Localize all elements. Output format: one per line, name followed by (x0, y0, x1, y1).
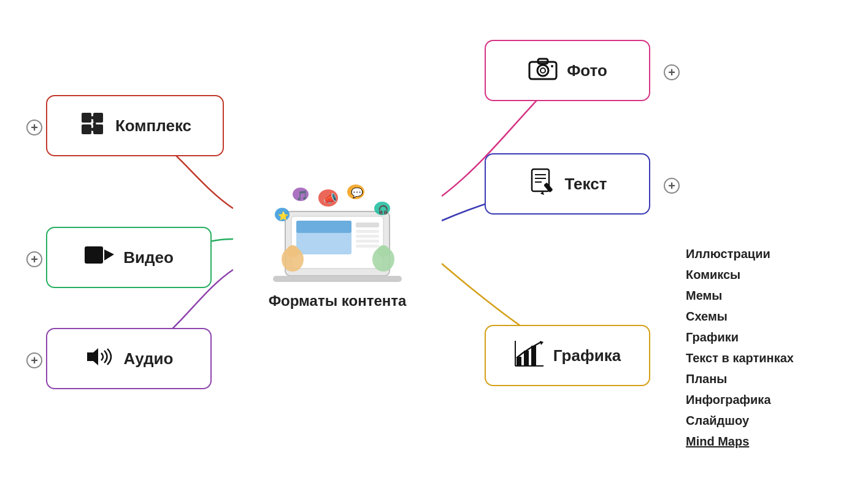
expand-kompleks-button[interactable]: + (26, 120, 42, 135)
tekst-label: Текст (565, 175, 607, 194)
audio-icon (85, 344, 115, 373)
foto-icon (528, 56, 558, 86)
svg-marker-29 (104, 249, 114, 261)
svg-rect-24 (82, 113, 91, 123)
svg-point-33 (540, 68, 545, 73)
svg-text:🎧: 🎧 (378, 205, 389, 215)
node-foto: Фото (485, 40, 650, 101)
expand-tekst-button[interactable]: + (664, 178, 680, 194)
video-icon (84, 243, 115, 272)
node-video: Видео (46, 227, 212, 288)
kompleks-label: Комплекс (115, 116, 191, 135)
svg-point-23 (377, 245, 390, 257)
sublist-item-2: Мемы (686, 287, 794, 305)
svg-text:⭐: ⭐ (278, 211, 289, 221)
sublist-item-5: Текст в картинках (686, 349, 794, 367)
expand-foto-button[interactable]: + (664, 64, 680, 80)
node-kompleks: Комплекс (46, 95, 224, 156)
svg-rect-44 (531, 346, 536, 365)
svg-text:📣: 📣 (323, 192, 337, 205)
sublist-item-8: Слайдшоу (686, 412, 794, 430)
svg-rect-4 (356, 222, 379, 227)
svg-rect-9 (273, 276, 402, 282)
svg-text:🎵: 🎵 (296, 190, 308, 201)
svg-rect-43 (524, 351, 529, 365)
svg-point-35 (551, 65, 553, 67)
tekst-icon (528, 168, 556, 200)
svg-point-32 (537, 65, 548, 76)
node-grafika: Графика (485, 325, 650, 386)
svg-rect-27 (93, 124, 103, 134)
sublist-item-7: Инфографика (686, 391, 794, 409)
sublist-item-4: Графики (686, 329, 794, 346)
svg-rect-28 (85, 246, 103, 264)
center-node: 📣 💬 🎵 🎧 ⭐ Форматы конт (233, 156, 442, 322)
center-label: Форматы контента (269, 292, 407, 310)
svg-rect-3 (296, 221, 351, 233)
svg-rect-7 (356, 240, 379, 243)
svg-text:💬: 💬 (351, 187, 363, 199)
foto-label: Фото (567, 61, 607, 80)
expand-audio-button[interactable]: + (26, 352, 42, 368)
sublist-item-1: Комиксы (686, 266, 794, 284)
svg-rect-25 (93, 113, 103, 123)
expand-video-button[interactable]: + (26, 251, 42, 267)
svg-rect-6 (356, 235, 379, 238)
node-tekst: Текст (485, 153, 650, 215)
grafika-icon (514, 340, 545, 372)
grafika-sublist: ИллюстрацииКомиксыМемыСхемыГрафикиТекст … (686, 245, 794, 451)
node-audio: Аудио (46, 328, 212, 389)
center-illustration: 📣 💬 🎵 🎧 ⭐ (248, 169, 426, 285)
svg-rect-26 (82, 124, 91, 134)
kompleks-icon (79, 110, 107, 142)
sublist-item-9: Mind Maps (686, 433, 794, 451)
audio-label: Аудио (124, 349, 174, 368)
sublist-item-6: Планы (686, 370, 794, 388)
sublist-item-0: Иллюстрации (686, 245, 794, 263)
svg-rect-5 (356, 230, 379, 233)
grafika-label: Графика (553, 346, 621, 365)
sublist-item-3: Схемы (686, 308, 794, 325)
svg-marker-30 (87, 348, 98, 365)
svg-point-21 (286, 245, 299, 257)
video-label: Видео (123, 248, 174, 267)
svg-rect-8 (356, 245, 379, 248)
